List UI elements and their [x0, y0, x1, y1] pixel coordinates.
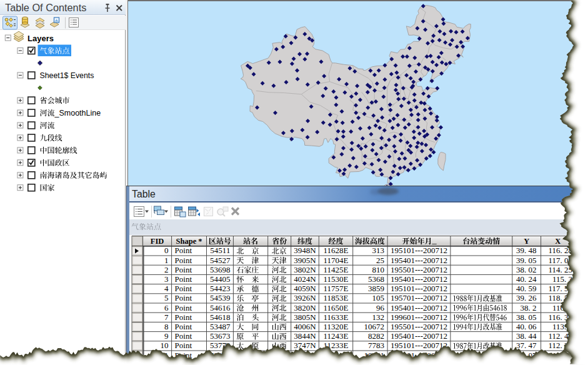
svg-text:195101---200712: 195101---200712	[391, 284, 447, 293]
svg-text:Point: Point	[175, 265, 192, 274]
svg-text:X: X	[555, 237, 561, 246]
svg-text:9: 9	[164, 331, 169, 341]
svg-text:54511: 54511	[210, 246, 230, 255]
svg-text:40. 59: 40. 59	[516, 284, 537, 293]
svg-text:10672: 10672	[364, 322, 385, 331]
svg-text:105: 105	[372, 293, 385, 302]
svg-text:3905N: 3905N	[294, 256, 316, 265]
svg-text:11704E: 11704E	[324, 256, 349, 265]
svg-text:5: 5	[164, 293, 169, 302]
svg-text:54527: 54527	[210, 256, 231, 265]
svg-text:11633E: 11633E	[324, 312, 349, 322]
svg-text:195101---200712: 195101---200712	[391, 246, 447, 255]
svg-text:37. 47: 37. 47	[516, 341, 537, 350]
svg-text:40. 06: 40. 06	[516, 322, 537, 331]
svg-text:199601---200712: 199601---200712	[391, 312, 447, 322]
svg-text:195401---200712: 195401---200712	[391, 274, 447, 284]
svg-text:2: 2	[164, 265, 169, 274]
svg-text:8: 8	[164, 322, 169, 331]
svg-text:39. 48: 39. 48	[516, 246, 537, 255]
svg-text:53673: 53673	[210, 331, 231, 341]
svg-text:7783: 7783	[368, 341, 384, 350]
svg-text:3802N: 3802N	[294, 265, 316, 274]
svg-text:4: 4	[164, 284, 169, 293]
svg-text:8282: 8282	[368, 331, 384, 341]
svg-text:132: 132	[372, 312, 385, 322]
svg-text:54405: 54405	[210, 274, 231, 284]
svg-text:3948N: 3948N	[294, 246, 316, 255]
svg-text:Point: Point	[175, 341, 192, 350]
svg-text:11425E: 11425E	[324, 265, 349, 274]
svg-text:54618: 54618	[210, 312, 231, 322]
svg-text:11853E: 11853E	[324, 293, 349, 302]
svg-text:53698: 53698	[210, 265, 231, 274]
svg-text:195501---200712: 195501---200712	[391, 322, 447, 331]
svg-text:39. 05: 39. 05	[516, 256, 537, 265]
svg-text:Point: Point	[175, 322, 192, 331]
svg-text:Layers: Layers	[27, 34, 54, 43]
svg-text:3747N: 3747N	[294, 341, 316, 350]
svg-text:54616: 54616	[210, 303, 231, 312]
svg-text:7: 7	[164, 312, 169, 322]
svg-text:Point: Point	[175, 256, 192, 265]
svg-text:4059N: 4059N	[294, 284, 316, 293]
svg-text:11530E: 11530E	[324, 274, 349, 284]
svg-text:Point: Point	[175, 246, 192, 255]
svg-text:53487: 53487	[210, 322, 231, 331]
svg-text:Shape *: Shape *	[176, 237, 202, 246]
svg-text:11320E: 11320E	[324, 322, 349, 331]
svg-text:39. 26: 39. 26	[516, 293, 537, 302]
svg-text:Point: Point	[175, 293, 192, 302]
svg-text:54539: 54539	[210, 293, 231, 302]
svg-text:3: 3	[164, 274, 169, 284]
svg-text:195701---200712: 195701---200712	[391, 293, 447, 302]
svg-text:11650E: 11650E	[324, 303, 349, 312]
svg-text:54423: 54423	[210, 284, 231, 293]
svg-text:195501---200712: 195501---200712	[391, 265, 447, 274]
svg-text:Sheet1$ Events: Sheet1$ Events	[40, 71, 94, 80]
svg-text:10: 10	[161, 341, 169, 350]
svg-text:38. 44: 38. 44	[516, 331, 537, 341]
svg-text:0: 0	[164, 246, 169, 255]
svg-text:5368: 5368	[368, 274, 384, 284]
svg-text:1: 1	[164, 256, 169, 265]
svg-text:4006N: 4006N	[294, 322, 316, 331]
svg-text:38. 02: 38. 02	[516, 265, 537, 274]
svg-text:3805N: 3805N	[294, 312, 316, 322]
svg-text:11243E: 11243E	[324, 331, 349, 341]
svg-text:3926N: 3926N	[294, 293, 316, 302]
svg-text:195401---200712: 195401---200712	[391, 303, 447, 312]
svg-text:Y: Y	[524, 237, 529, 246]
svg-text:Table Of Contents: Table Of Contents	[5, 2, 86, 13]
svg-text:195101---200712: 195101---200712	[391, 341, 447, 350]
svg-text:195401---200712: 195401---200712	[391, 331, 447, 341]
svg-text:Point: Point	[175, 274, 192, 284]
svg-text:810: 810	[372, 265, 385, 274]
svg-text:_SmoothLine: _SmoothLine	[54, 109, 101, 118]
svg-text:4024N: 4024N	[294, 274, 316, 284]
svg-text:96: 96	[376, 303, 385, 312]
svg-text:195401---200712: 195401---200712	[391, 256, 447, 265]
svg-text:Table: Table	[132, 189, 156, 199]
svg-text:Point: Point	[175, 303, 192, 312]
svg-text:114. 25: 114. 25	[548, 265, 572, 274]
svg-text:3859: 3859	[368, 284, 384, 293]
svg-text:Point: Point	[175, 312, 192, 322]
svg-text:25: 25	[376, 256, 384, 265]
svg-text:3844N: 3844N	[294, 331, 316, 341]
svg-text:3820N: 3820N	[294, 303, 316, 312]
svg-text:38. 2: 38. 2	[521, 303, 537, 312]
svg-text:11628E: 11628E	[324, 246, 349, 255]
svg-text:38. 05: 38. 05	[516, 312, 537, 322]
svg-text:313: 313	[372, 246, 385, 255]
svg-text:FID: FID	[151, 237, 164, 246]
svg-text:Point: Point	[175, 284, 192, 293]
svg-text:40. 24: 40. 24	[516, 274, 537, 284]
svg-text:11757E: 11757E	[324, 284, 349, 293]
svg-text:6: 6	[164, 303, 169, 312]
svg-text:Point: Point	[175, 331, 192, 341]
